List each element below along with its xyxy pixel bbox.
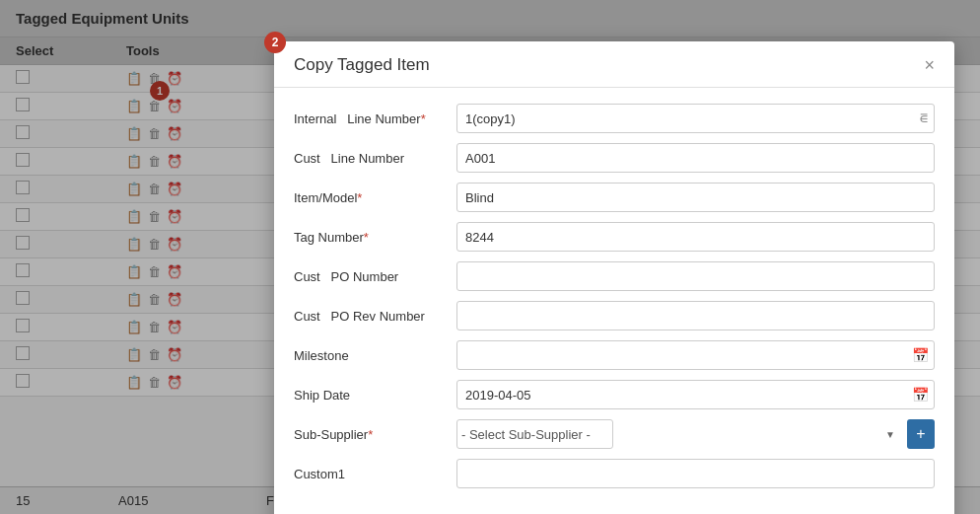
form-row-cust-line-number: Cust Line Number xyxy=(294,143,935,173)
form-row-cust-po-number: Cust PO Number xyxy=(294,261,935,291)
label-item-model: Item/Model* xyxy=(294,190,456,205)
label-internal-line-number: Internal Line Number* xyxy=(294,111,456,126)
form-row-item-model: Item/Model* xyxy=(294,183,935,212)
form-row-sub-supplier: Sub-Supplier* - Select Sub-Supplier - + xyxy=(294,419,935,449)
label-cust-line-number: Cust Line Number xyxy=(294,151,456,166)
input-ship-date[interactable] xyxy=(456,380,935,409)
modal-close-button[interactable]: × xyxy=(924,56,935,74)
input-cust-po-rev-number[interactable] xyxy=(456,301,935,330)
input-custom1[interactable] xyxy=(456,459,935,488)
label-tag-number: Tag Number* xyxy=(294,230,456,245)
label-sub-supplier: Sub-Supplier* xyxy=(294,427,456,442)
required-star: * xyxy=(368,427,373,442)
grid-icon[interactable]: ⋷ xyxy=(919,110,929,126)
required-star: * xyxy=(357,190,362,205)
input-item-model[interactable] xyxy=(456,183,935,212)
input-wrapper-ship-date: 📅 xyxy=(456,380,935,409)
modal-title: Copy Tagged Item xyxy=(294,55,430,75)
input-tag-number[interactable] xyxy=(456,222,935,252)
copy-tagged-item-modal: 2 Copy Tagged Item × Internal Line Numbe… xyxy=(274,41,954,514)
input-cust-po-number[interactable] xyxy=(456,261,935,291)
label-custom1: Custom1 xyxy=(294,467,456,481)
calendar-icon[interactable]: 📅 xyxy=(912,387,929,403)
form-row-milestone: Milestone 📅 xyxy=(294,340,935,370)
select-sub-supplier[interactable]: - Select Sub-Supplier - xyxy=(456,419,613,449)
input-wrapper-internal-line-number: ⋷ xyxy=(456,104,935,133)
calendar-icon[interactable]: 📅 xyxy=(912,347,929,363)
label-ship-date: Ship Date xyxy=(294,388,456,403)
form-row-cust-po-rev-number: Cust PO Rev Number xyxy=(294,301,935,330)
input-milestone[interactable] xyxy=(456,340,935,370)
modal-body: Internal Line Number* ⋷ Cust Line Number… xyxy=(274,88,954,514)
required-star: * xyxy=(421,111,426,126)
select-wrapper-sub-supplier: - Select Sub-Supplier - xyxy=(456,419,903,449)
label-milestone: Milestone xyxy=(294,348,456,363)
form-row-internal-line-number: Internal Line Number* ⋷ xyxy=(294,104,935,133)
form-row-tag-number: Tag Number* xyxy=(294,222,935,252)
add-sub-supplier-button[interactable]: + xyxy=(907,419,935,449)
sub-supplier-control: - Select Sub-Supplier - + xyxy=(456,419,935,449)
input-wrapper-milestone: 📅 xyxy=(456,340,935,370)
input-cust-line-number[interactable] xyxy=(456,143,935,173)
form-row-custom1: Custom1 xyxy=(294,459,935,488)
label-cust-po-number: Cust PO Number xyxy=(294,269,456,284)
form-row-ship-date: Ship Date 📅 xyxy=(294,380,935,409)
required-star: * xyxy=(364,230,369,245)
label-cust-po-rev-number: Cust PO Rev Number xyxy=(294,309,456,324)
modal-badge: 2 xyxy=(264,32,286,53)
modal-header: Copy Tagged Item × xyxy=(274,41,954,88)
input-internal-line-number[interactable] xyxy=(456,104,935,133)
